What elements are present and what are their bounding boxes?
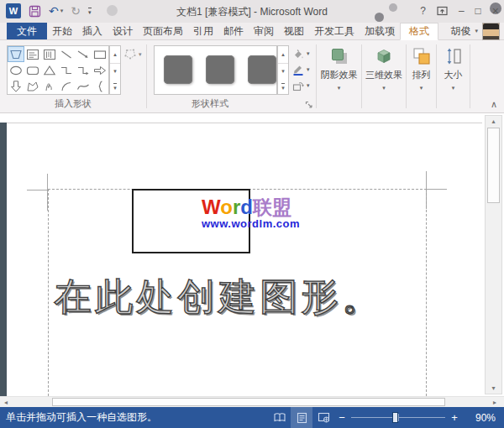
scroll-down-button[interactable]: ▾ (486, 383, 501, 394)
shape-rounded-rectangle[interactable] (24, 62, 41, 78)
tab-references[interactable]: 引用 (188, 23, 218, 39)
tab-addins[interactable]: 加载项 (360, 23, 400, 39)
shape-style-preset-2[interactable] (206, 55, 234, 84)
shape-elbow-arrow-connector[interactable] (75, 62, 92, 78)
shadow-effects-button[interactable]: 阴影效果 ▾ (317, 40, 361, 112)
three-d-effects-button[interactable]: 三维效果 ▾ (362, 40, 406, 112)
tab-design[interactable]: 设计 (108, 23, 138, 39)
arrange-dropdown-arrow-icon: ▾ (420, 85, 423, 91)
shape-freeform[interactable] (24, 78, 41, 94)
zoom-slider[interactable] (351, 407, 445, 428)
account-area[interactable]: 胡俊 ▾ (450, 23, 504, 39)
scribble-icon (42, 80, 57, 93)
vertical-scrollbar-thumb[interactable] (487, 128, 500, 203)
shape-vertical-text-box[interactable] (41, 46, 58, 62)
word-app-icon[interactable]: W (6, 3, 21, 18)
window-controls: ? – □ × (420, 3, 499, 19)
tab-format-active[interactable]: 格式 (400, 23, 438, 40)
styles-gallery-more-button[interactable]: ▾ (281, 83, 285, 91)
word-window: W ↶ ▾ ↻ ▾ 文档1 [兼容模式] - Microsoft Word ? (0, 0, 504, 428)
status-hint: 单击并拖动可插入一种自选图形。 (0, 410, 157, 425)
read-mode-button[interactable] (269, 407, 291, 428)
tab-review[interactable]: 审阅 (249, 23, 279, 39)
text-box-icon (25, 48, 40, 61)
ribbon: ▴ ▾ ▾ ▾ 插入形状 ▴ ▾ ▾ ▾ (0, 40, 504, 113)
shape-scribble[interactable] (41, 78, 58, 94)
tab-developer[interactable]: 开发工具 (309, 23, 360, 39)
size-button[interactable]: 大小 ▾ (437, 40, 470, 112)
shape-elbow-connector[interactable] (58, 62, 75, 78)
shadow-effects-icon (329, 46, 349, 66)
oval-icon (8, 64, 24, 77)
shapes-scroll-up-button[interactable]: ▴ (110, 46, 120, 63)
margin-crop-mark (27, 190, 48, 191)
close-button[interactable]: × (492, 3, 499, 19)
web-layout-button[interactable] (312, 407, 334, 428)
minimize-button[interactable]: – (459, 3, 465, 19)
qat-more-icon: ▾ (88, 9, 92, 15)
user-avatar[interactable] (482, 23, 500, 40)
shapes-scroll-down-button[interactable]: ▾ (110, 63, 120, 81)
zoom-in-button[interactable]: + (447, 411, 462, 424)
edit-shape-button[interactable]: ▾ (123, 48, 142, 60)
styles-scroll-up-button[interactable]: ▴ (278, 46, 288, 63)
left-brace-icon (92, 80, 108, 93)
save-button[interactable] (29, 5, 41, 18)
shape-left-brace[interactable] (92, 78, 108, 94)
shape-line[interactable] (58, 46, 75, 62)
scroll-left-button[interactable]: ◂ (0, 397, 12, 407)
tab-insert[interactable]: 插入 (77, 23, 108, 39)
shape-triangle[interactable] (41, 62, 58, 78)
canvas-placeholder-text: 在此处创建图形。 (54, 272, 383, 322)
change-shape-button[interactable]: ▾ (291, 78, 310, 92)
vertical-scrollbar[interactable]: ▴ ▾ (485, 115, 502, 394)
tab-view[interactable]: 视图 (279, 23, 309, 39)
shape-style-preset-3[interactable] (248, 55, 276, 84)
ribbon-display-options-button[interactable] (437, 6, 448, 16)
maximize-button[interactable]: □ (475, 3, 481, 19)
print-layout-button[interactable] (291, 407, 312, 428)
shape-outline-dropdown-arrow-icon: ▾ (307, 66, 310, 73)
ribbon-display-icon (437, 6, 448, 16)
horizontal-scrollbar-thumb[interactable] (52, 398, 445, 406)
zoom-out-button[interactable]: − (334, 411, 349, 424)
shape-arc[interactable] (58, 78, 75, 94)
scroll-right-button[interactable]: ▸ (489, 397, 501, 407)
redo-button[interactable]: ↻ (71, 5, 81, 17)
margin-crop-mark (427, 189, 447, 190)
shape-right-arrow[interactable] (92, 62, 108, 78)
shape-rectangle[interactable] (92, 46, 108, 62)
shape-oval[interactable] (8, 62, 24, 78)
shape-down-arrow[interactable] (8, 78, 24, 94)
down-arrow-icon (8, 80, 24, 93)
shape-style-preset-1[interactable] (164, 55, 192, 84)
scroll-up-button[interactable]: ▴ (486, 116, 501, 127)
shape-fill-outline-buttons: ▾ ▾ ▾ (291, 46, 310, 92)
shadow-effects-dropdown-arrow-icon: ▾ (338, 85, 341, 91)
collapse-ribbon-button[interactable]: ∧ (491, 99, 497, 110)
shapes-gallery-more-button[interactable]: ▾ (113, 83, 117, 91)
shape-trapezoid[interactable] (8, 46, 24, 62)
undo-button[interactable]: ↶ ▾ (49, 5, 63, 17)
shape-arrow[interactable] (75, 46, 92, 62)
shapes-gallery-scrollbar: ▴ ▾ ▾ (109, 45, 121, 95)
shape-outline-button[interactable]: ▾ (291, 62, 310, 76)
shape-curve[interactable] (75, 78, 92, 94)
arrange-button[interactable]: 排列 ▾ (407, 40, 436, 112)
rounded-rectangle-icon (25, 64, 40, 77)
shape-fill-button[interactable]: ▾ (291, 46, 310, 60)
help-button[interactable]: ? (420, 3, 426, 19)
shape-text-box[interactable] (24, 46, 41, 62)
watermark-letter: d (240, 196, 253, 218)
styles-scroll-down-button[interactable]: ▾ (278, 63, 288, 81)
tab-mailings[interactable]: 邮件 (218, 23, 249, 39)
shape-styles-dialog-launcher[interactable] (305, 101, 313, 109)
tab-home[interactable]: 开始 (47, 23, 77, 39)
zoom-slider-thumb[interactable] (392, 412, 398, 423)
tab-file[interactable]: 文件 (7, 23, 47, 39)
customize-qat-button[interactable]: ▾ (88, 8, 92, 15)
watermark-letter: 盟 (272, 196, 291, 218)
horizontal-scrollbar[interactable]: ◂ ▸ (0, 396, 504, 407)
zoom-level[interactable]: 90% (462, 412, 504, 424)
tab-page-layout[interactable]: 页面布局 (138, 23, 188, 39)
